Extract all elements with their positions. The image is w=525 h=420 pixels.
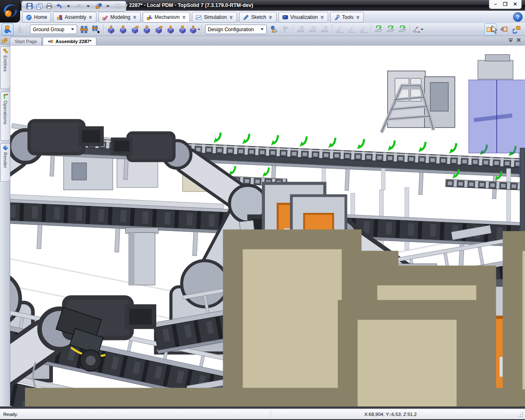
tab-assembly-2287[interactable]: Assembly 2287* [43,37,96,45]
tab-operations[interactable]: Operations [0,91,10,141]
design-configuration-value: Design Configuration [208,27,260,32]
planar-joint-button[interactable] [153,23,165,35]
revolute-joint-button[interactable] [105,23,117,35]
move-part-line-button[interactable] [307,23,319,35]
status-message: Ready. [0,412,271,417]
design-configuration-combo[interactable]: Design Configuration [205,25,267,34]
tab-render[interactable]: Render [0,143,10,182]
rotate-line-button[interactable] [346,23,358,35]
ball-joint-button[interactable] [117,23,129,35]
maximize-button[interactable]: ❒ [501,1,510,8]
cylindrical-joint-button[interactable] [129,23,141,35]
help-button[interactable]: ? [513,12,523,22]
tab-assembly[interactable]: Assembly [53,12,96,23]
chevron-down-icon [71,28,74,30]
spin-plane-button[interactable] [373,23,385,35]
cursor-coordinates: X:68,904; Y:-6,53; Z:51,2 [272,412,509,417]
chevron-down-icon [198,29,200,30]
positioning-pin-button[interactable] [268,23,280,35]
undo-button[interactable] [55,2,64,10]
render-icon [2,145,9,151]
mechanism-toolbar: Ground Group Design Configuration [0,23,525,36]
punctual-joint-button[interactable] [189,23,201,35]
separator [293,25,294,34]
undo-dropdown[interactable] [64,2,73,10]
save-button[interactable] [25,2,34,10]
separator [332,25,333,34]
tab-label: Sketch [251,14,266,20]
assembly-3d-scene [10,46,525,409]
add-ground-group-button[interactable] [90,23,102,35]
operations-icon [2,93,9,99]
positioning-lock-button[interactable] [280,23,292,35]
chevron-down-icon [421,29,423,30]
side-tab-label: Operations [3,100,8,125]
tab-tools[interactable]: Tools [330,12,364,23]
tab-label: Assembly [65,14,86,20]
chevron-down-icon [260,28,264,30]
screw-joint-button[interactable] [141,23,153,35]
tab-label: Tools [342,14,354,20]
separator [103,25,104,34]
save-all-button[interactable] [35,2,44,10]
cone-joint-button[interactable] [177,23,189,35]
dynamic-behavior-button[interactable] [14,23,25,35]
redo-dropdown[interactable] [84,2,93,10]
tab-sketch[interactable]: Sketch [239,12,276,23]
rotate-plane-button[interactable] [334,23,346,35]
clamp-tool-button[interactable] [511,23,523,35]
tab-label: Mechanism [155,14,180,20]
side-tab-label: Entities [3,55,8,72]
tab-label: Simulation [204,14,227,20]
resize-grip[interactable] [518,411,524,417]
label-tag-button[interactable] [498,23,509,35]
spin-point-button[interactable] [397,23,409,35]
doc-tab-label: Assembly 2287* [55,39,91,44]
set-ground-button[interactable] [78,23,90,35]
window-controls: – ❒ ✕ [489,0,522,9]
separator [410,25,411,34]
tab-overflow-button[interactable] [508,38,513,43]
doc-tab-label: Start Page [15,39,37,44]
angle-measure-button[interactable] [412,23,424,35]
tab-home[interactable]: Home [22,12,51,23]
lifecycle-dropdown[interactable] [104,2,113,10]
tab-start-page[interactable]: Start Page [10,37,42,45]
move-part-point-button[interactable] [319,23,331,35]
redo-button[interactable] [74,2,83,10]
side-panel-strip: Entities Operations Render [0,45,10,409]
side-tab-label: Render [3,152,8,168]
tab-visualization[interactable]: Visualization [278,12,328,23]
rotate-point-button[interactable] [358,23,370,35]
tab-mechanism[interactable]: Mechanism [143,12,190,23]
separator [202,25,203,34]
graphics-viewport[interactable] [10,45,525,409]
document-lifecycle-button[interactable] [94,2,103,10]
topsolid-window: Assembly 2287* - Local PDM - TopSolid 7 … [0,0,525,420]
document-tab-bar: Start Page Assembly 2287* [0,36,525,45]
tab-label: Home [34,14,47,20]
spin-line-button[interactable] [385,23,397,35]
mouse-cursor [492,25,498,34]
app-logo[interactable] [0,0,20,23]
mechanism-definition-button[interactable] [2,23,14,35]
tab-simulation[interactable]: Simulation [192,12,237,23]
tab-modeling[interactable]: Modeling [98,12,141,23]
separator [27,25,27,34]
tab-label: Modeling [110,14,130,20]
print-button[interactable] [45,2,54,10]
tab-entities[interactable]: Entities [0,46,10,89]
refresh-button[interactable] [114,2,123,10]
close-button[interactable]: ✕ [511,1,520,8]
entities-icon [2,48,9,54]
document-list-icon[interactable] [0,37,10,45]
move-part-plane-button[interactable] [295,23,307,35]
slider-joint-button[interactable] [165,23,177,35]
minimize-button[interactable]: – [491,1,500,8]
tab-label: Visualization [290,14,318,20]
separator [371,25,372,34]
status-bar: Ready. X:68,904; Y:-6,53; Z:51,2 [0,409,525,420]
ground-group-combo[interactable]: Ground Group [30,25,77,34]
close-document-button[interactable] [516,38,521,43]
ribbon-tab-row: Home Assembly Modeling Mechanism Simulat… [0,11,525,23]
